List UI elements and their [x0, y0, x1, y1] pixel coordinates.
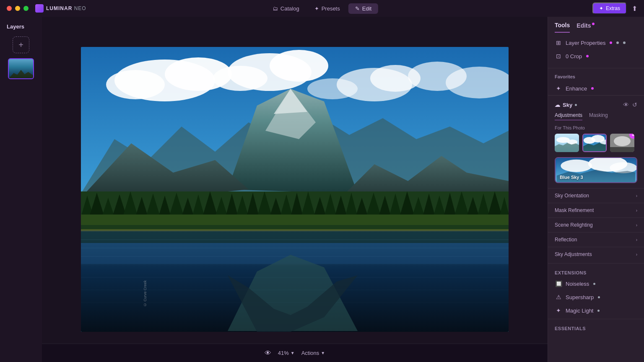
sky-header: ☁ Sky 👁 ↺	[548, 99, 644, 111]
sky-thumbnail-1[interactable]	[555, 134, 579, 152]
add-icon: +	[18, 40, 23, 50]
accordion-sky-orientation-header[interactable]: Sky Orientation ›	[548, 189, 644, 203]
landscape-image	[81, 47, 509, 332]
actions-chevron-icon: ▼	[321, 351, 325, 355]
nav-presets[interactable]: ✦ Presets	[308, 3, 347, 14]
svg-point-86	[561, 160, 592, 172]
svg-point-6	[213, 66, 267, 91]
layers-title: Layers	[0, 23, 24, 30]
titlebar: LUMINAR NEO 🗂 Catalog ✦ Presets ✎ Edit ✦…	[0, 0, 644, 17]
reflection-label: Reflection	[555, 237, 577, 243]
right-panel: Tools Edits ⊞ Layer Properties ⊡ 0 Crop	[548, 17, 644, 362]
accordion-scene-relighting: Scene Relighting ›	[548, 217, 644, 232]
supersharp-label: Supersharp	[566, 294, 594, 300]
noiseless-icon: 🔲	[555, 280, 562, 287]
actions-button[interactable]: Actions ▼	[301, 350, 325, 356]
svg-point-5	[270, 50, 328, 82]
tab-masking[interactable]: Masking	[589, 112, 608, 120]
zoom-chevron-icon: ▼	[291, 351, 295, 355]
svg-point-83	[614, 136, 631, 146]
sky-thumbnail-3[interactable]: +	[610, 134, 634, 152]
magic-light-dot	[597, 310, 600, 312]
accordion-reflection-header[interactable]: Reflection ›	[548, 233, 644, 247]
mask-refinement-label: Mask Refinement	[555, 207, 594, 213]
visibility-toggle[interactable]: 👁	[265, 349, 271, 357]
left-sidebar: Layers +	[0, 17, 42, 362]
accordion-sky-orientation: Sky Orientation ›	[548, 188, 644, 203]
accordion-sky-adjustments: Sky Adjustments ›	[548, 247, 644, 261]
sky-label: Sky	[563, 102, 572, 108]
extension-noiseless[interactable]: 🔲 Noiseless	[548, 277, 644, 290]
nav-center: 🗂 Catalog ✦ Presets ✎ Edit	[266, 3, 378, 14]
sky-icon: ☁	[555, 102, 560, 108]
extras-button[interactable]: ✦ Extras	[592, 3, 627, 14]
sky-thumb-2-img	[583, 134, 607, 152]
extension-magic-light[interactable]: ✦ Magic Light	[548, 304, 644, 317]
crop-label: 0 Crop	[566, 53, 582, 59]
svg-point-3	[106, 70, 165, 99]
nav-catalog[interactable]: 🗂 Catalog	[266, 3, 306, 14]
essentials-label: Essentials	[548, 321, 644, 333]
sky-visibility-button[interactable]: 👁	[623, 101, 629, 108]
sky-section: ☁ Sky 👁 ↺ Adjustments Masking For This P…	[548, 95, 644, 261]
magic-light-label: Magic Light	[566, 308, 593, 314]
favorites-label: Favorites	[548, 70, 644, 82]
app-logo-icon	[35, 4, 44, 13]
tool-layer-properties[interactable]: ⊞ Layer Properties	[548, 36, 644, 49]
nav-presets-label: Presets	[322, 5, 340, 12]
svg-rect-63	[81, 230, 509, 243]
tool-enhance[interactable]: ✦ Enhance	[548, 82, 644, 95]
layer-properties-dot3	[623, 41, 626, 44]
nav-right: ✦ Extras ⬆	[592, 3, 637, 14]
crop-icon: ⊡	[555, 53, 562, 59]
enhance-label: Enhance	[566, 85, 587, 92]
add-layer-button[interactable]: +	[13, 36, 29, 53]
accordion-scene-relighting-header[interactable]: Scene Relighting ›	[548, 218, 644, 232]
sky-large-preview[interactable]: Blue Sky 3	[555, 157, 637, 183]
accordion-mask-refinement-header[interactable]: Mask Refinement ›	[548, 203, 644, 217]
edits-dot	[592, 23, 595, 25]
sky-dot	[575, 104, 577, 106]
extension-supersharp[interactable]: ⚠ Supersharp	[548, 290, 644, 304]
layer-thumbnail[interactable]	[8, 58, 34, 79]
extensions-label: Extensions	[548, 265, 644, 277]
extras-icon: ✦	[599, 5, 603, 11]
app-name: LUMINAR NEO	[46, 5, 86, 11]
nav-edit[interactable]: ✎ Edit	[348, 3, 378, 14]
accordion-sky-adjustments-header[interactable]: Sky Adjustments ›	[548, 247, 644, 261]
photo-canvas	[81, 47, 509, 332]
panel-tabs: Tools Edits	[548, 17, 644, 33]
accordion-mask-refinement: Mask Refinement ›	[548, 203, 644, 217]
tool-crop[interactable]: ⊡ 0 Crop	[548, 49, 644, 63]
minimize-button[interactable]	[15, 6, 20, 11]
app-logo: LUMINAR NEO	[35, 4, 86, 13]
for-photo-label: For This Photo	[548, 124, 644, 134]
sky-thumbnail-2[interactable]	[582, 134, 607, 152]
share-button[interactable]: ⬆	[632, 5, 637, 13]
photo-container: © Curve Creek	[81, 47, 509, 332]
maximize-button[interactable]	[23, 6, 29, 11]
sky-title: ☁ Sky	[555, 102, 577, 108]
nav-catalog-label: Catalog	[280, 5, 299, 12]
noiseless-dot	[593, 283, 595, 285]
crop-dot	[586, 55, 589, 57]
tab-edits[interactable]: Edits	[576, 22, 594, 32]
tab-tools[interactable]: Tools	[555, 22, 570, 33]
divider-3	[548, 319, 644, 319]
layer-properties-label: Layer Properties	[566, 40, 605, 46]
magic-light-icon: ✦	[555, 307, 562, 314]
sky-large-preview-label: Blue Sky 3	[560, 175, 583, 180]
tab-adjustments[interactable]: Adjustments	[555, 112, 582, 120]
layer-properties-icon: ⊞	[555, 39, 562, 46]
sky-thumb-1-img	[555, 134, 579, 152]
presets-icon: ✦	[314, 5, 319, 12]
zoom-level: 41%	[278, 350, 289, 356]
sky-reset-button[interactable]: ↺	[632, 101, 637, 108]
edit-icon: ✎	[355, 5, 360, 12]
canvas-area: © Curve Creek 👁 41% ▼ Actions ▼	[42, 17, 548, 362]
close-button[interactable]	[7, 6, 12, 11]
sky-subtabs: Adjustments Masking	[548, 111, 644, 124]
zoom-control[interactable]: 41% ▼	[278, 350, 295, 356]
svg-rect-84	[610, 147, 634, 152]
actions-label: Actions	[301, 350, 319, 356]
